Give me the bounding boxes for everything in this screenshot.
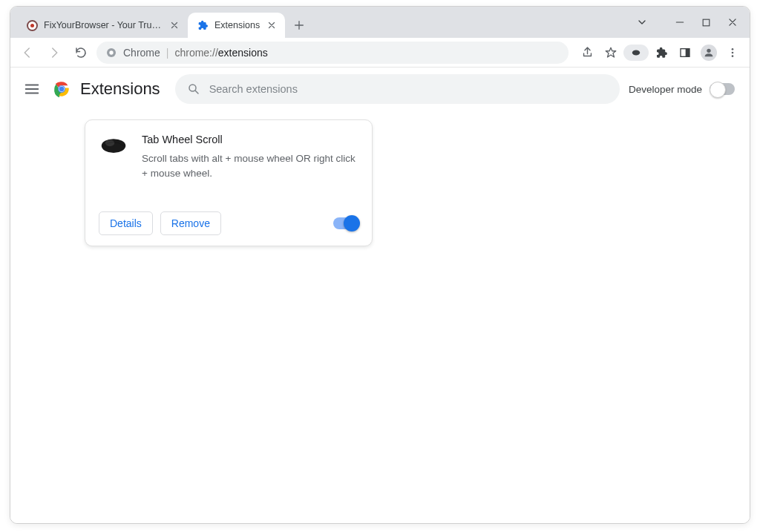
close-tab-icon[interactable] (168, 19, 180, 31)
svg-point-7 (732, 48, 734, 50)
favicon-extensions-icon (197, 19, 209, 31)
tab-fixyourbrowser[interactable]: FixYourBrowser - Your Trusted So (18, 13, 188, 38)
new-tab-button[interactable] (288, 14, 310, 36)
svg-point-15 (102, 139, 126, 153)
browser-window: FixYourBrowser - Your Trusted So Extensi… (10, 6, 750, 524)
kebab-menu-icon[interactable] (721, 42, 744, 64)
tab-strip: FixYourBrowser - Your Trusted So Extensi… (10, 7, 750, 38)
details-button[interactable]: Details (99, 211, 153, 235)
maximize-button[interactable] (701, 18, 711, 27)
profile-avatar[interactable] (698, 42, 720, 64)
window-controls (636, 7, 745, 38)
address-bar[interactable]: Chrome | chrome://extensions (96, 42, 569, 64)
svg-point-13 (59, 87, 65, 92)
url-text: chrome://extensions (174, 47, 267, 59)
search-input[interactable] (209, 83, 608, 95)
tab-extensions[interactable]: Extensions (188, 13, 285, 38)
scheme-label: Chrome (123, 47, 160, 59)
svg-point-9 (732, 55, 734, 57)
developer-mode: Developer mode (629, 83, 739, 95)
svg-point-8 (732, 51, 734, 53)
developer-mode-toggle[interactable] (710, 83, 735, 95)
developer-mode-label: Developer mode (629, 84, 702, 95)
chevron-down-icon[interactable] (636, 16, 648, 28)
hamburger-menu-icon[interactable] (21, 78, 43, 100)
close-tab-icon[interactable] (266, 19, 278, 31)
svg-rect-5 (686, 48, 689, 56)
extensions-puzzle-icon[interactable] (650, 42, 672, 64)
remove-button[interactable]: Remove (160, 211, 221, 235)
svg-point-16 (105, 139, 115, 146)
extension-description: Scroll tabs with alt + mouse wheel OR ri… (142, 151, 358, 182)
omnibox-separator: | (166, 47, 169, 59)
forward-button[interactable] (43, 42, 65, 64)
tab-title: FixYourBrowser - Your Trusted So (44, 20, 163, 30)
search-extensions[interactable] (175, 74, 620, 104)
extensions-header: Extensions Developer mode (10, 68, 750, 111)
toolbar-actions (573, 42, 744, 64)
extension-icon-mouse (99, 137, 128, 157)
extension-enabled-toggle[interactable] (333, 217, 358, 229)
svg-point-3 (632, 50, 641, 55)
favicon-fixyourbrowser (27, 20, 38, 31)
page-content: Extensions Developer mode Tab Wh (10, 68, 750, 523)
chrome-logo-icon (52, 79, 71, 99)
active-extension-pill[interactable] (623, 45, 649, 61)
minimize-button[interactable] (675, 17, 685, 27)
close-window-button[interactable] (727, 17, 738, 27)
share-icon[interactable] (576, 42, 598, 64)
extensions-list: Tab Wheel Scroll Scroll tabs with alt + … (10, 111, 750, 246)
search-icon (187, 82, 200, 96)
svg-point-6 (707, 48, 710, 52)
extension-card: Tab Wheel Scroll Scroll tabs with alt + … (85, 119, 373, 246)
chrome-scheme-icon (105, 47, 117, 59)
svg-point-2 (109, 50, 113, 54)
extension-name: Tab Wheel Scroll (142, 134, 358, 145)
bookmark-star-icon[interactable] (600, 42, 622, 64)
side-panel-icon[interactable] (674, 42, 696, 64)
tab-title: Extensions (214, 20, 260, 30)
svg-point-14 (189, 85, 196, 91)
page-title: Extensions (80, 79, 160, 99)
svg-rect-0 (703, 19, 710, 26)
reload-button[interactable] (70, 42, 92, 64)
browser-toolbar: Chrome | chrome://extensions (10, 38, 750, 68)
back-button[interactable] (16, 42, 39, 64)
